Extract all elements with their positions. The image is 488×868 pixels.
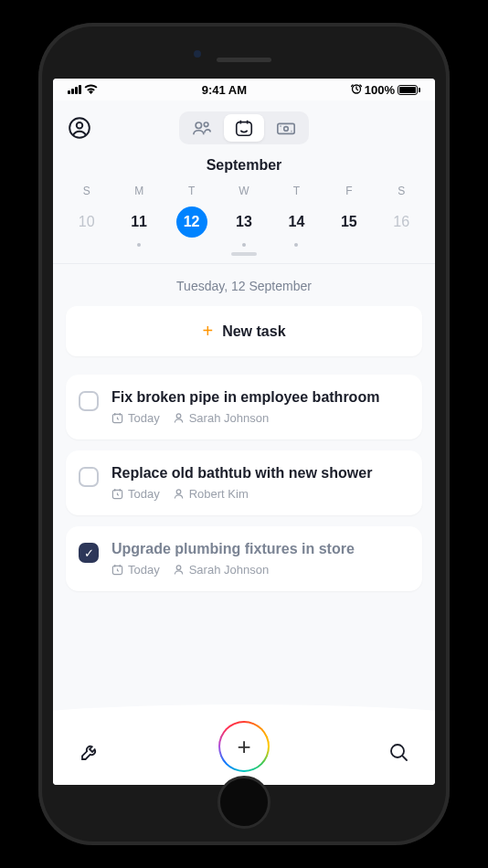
task-meta: TodayRobert Kim	[111, 487, 408, 501]
calendar-small-icon	[111, 488, 123, 500]
tab-segment	[179, 111, 309, 144]
day-dot	[137, 243, 141, 247]
day-number: 14	[281, 206, 312, 238]
task-assignee: Robert Kim	[189, 487, 249, 501]
svg-point-13	[176, 566, 181, 570]
tab-calendar[interactable]	[224, 114, 264, 142]
day-letter: F	[345, 185, 352, 197]
status-time: 9:41 AM	[202, 83, 247, 97]
day-column[interactable]: S10	[60, 185, 112, 247]
drag-handle[interactable]	[231, 252, 257, 256]
day-letter: S	[398, 185, 405, 197]
day-number: 13	[228, 206, 260, 238]
calendar-small-icon	[111, 564, 123, 576]
header	[53, 101, 435, 148]
task-title: Upgrade plumbing fixtures in store	[111, 541, 408, 557]
people-icon	[192, 118, 212, 138]
selected-date-label: Tuesday, 12 September	[66, 279, 422, 293]
task-when: Today	[128, 563, 160, 577]
signal-icon	[68, 85, 81, 94]
svg-point-9	[176, 414, 181, 418]
new-task-label: New task	[222, 323, 285, 340]
day-number: 12	[176, 206, 207, 238]
task-card[interactable]: Fix broken pipe in employee bathroomToda…	[66, 375, 422, 439]
task-checkbox[interactable]: ✓	[79, 543, 99, 563]
task-card[interactable]: Replace old bathtub with new showerToday…	[66, 450, 422, 515]
day-letter: W	[239, 185, 249, 197]
task-assignee: Sarah Johnson	[189, 411, 269, 425]
svg-point-7	[284, 127, 289, 132]
tab-people[interactable]	[182, 114, 222, 142]
day-dot	[242, 243, 246, 247]
person-small-icon	[173, 488, 185, 500]
task-checkbox[interactable]	[79, 391, 99, 411]
home-button[interactable]	[217, 776, 271, 829]
plus-icon: +	[202, 321, 213, 342]
task-title: Replace old bathtub with new shower	[111, 465, 408, 482]
profile-icon[interactable]	[68, 116, 91, 140]
day-column[interactable]: W13	[217, 185, 270, 247]
person-small-icon	[173, 564, 185, 576]
calendar-strip: S10M11T12W13T14F15S16	[53, 185, 435, 247]
svg-point-11	[176, 490, 181, 494]
wifi-icon	[84, 82, 98, 97]
task-when: Today	[128, 487, 160, 501]
wrench-icon[interactable]	[79, 741, 101, 763]
task-checkbox[interactable]	[79, 467, 99, 487]
day-number: 16	[386, 206, 417, 238]
task-card[interactable]: ✓Upgrade plumbing fixtures in storeToday…	[66, 526, 422, 591]
search-icon[interactable]	[387, 741, 409, 763]
plus-icon: +	[237, 733, 250, 761]
battery-pct: 100%	[365, 83, 395, 97]
day-number: 15	[334, 206, 365, 238]
day-letter: M	[134, 185, 143, 197]
day-letter: T	[188, 185, 195, 197]
month-title[interactable]: September	[53, 157, 435, 174]
day-letter: T	[293, 185, 300, 197]
fab-add[interactable]: +	[220, 723, 268, 770]
day-number: 10	[71, 206, 102, 238]
content-area: Tuesday, 12 September + New task Fix bro…	[53, 264, 435, 719]
day-letter: S	[83, 185, 90, 197]
person-small-icon	[173, 412, 185, 424]
calendar-small-icon	[111, 412, 123, 424]
svg-point-2	[77, 122, 83, 129]
day-column[interactable]: F15	[323, 185, 375, 247]
day-column[interactable]: T12	[165, 185, 217, 247]
battery-icon	[398, 85, 420, 95]
day-dot	[294, 243, 298, 247]
day-number: 11	[123, 206, 154, 238]
task-when: Today	[128, 411, 160, 425]
status-bar: 9:41 AM 100%	[53, 79, 435, 101]
day-column[interactable]: T14	[271, 185, 323, 247]
svg-rect-6	[278, 123, 294, 133]
task-assignee: Sarah Johnson	[189, 563, 269, 577]
calendar-smile-icon	[234, 118, 254, 138]
day-column[interactable]: S16	[376, 185, 428, 247]
day-column[interactable]: M11	[112, 185, 164, 247]
svg-point-14	[391, 745, 404, 757]
tab-money[interactable]	[266, 114, 306, 142]
svg-point-4	[204, 122, 208, 127]
task-meta: TodaySarah Johnson	[111, 411, 408, 425]
money-icon	[276, 118, 296, 138]
new-task-button[interactable]: + New task	[66, 306, 422, 356]
alarm-icon	[351, 83, 362, 97]
task-title: Fix broken pipe in employee bathroom	[111, 389, 408, 406]
task-meta: TodaySarah Johnson	[111, 563, 408, 577]
svg-point-3	[196, 122, 201, 128]
svg-rect-5	[237, 122, 252, 136]
